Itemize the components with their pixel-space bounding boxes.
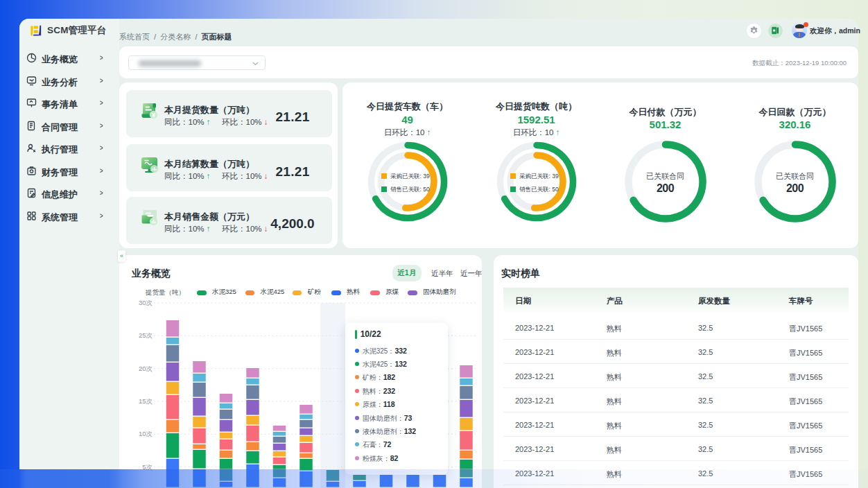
svg-text:¥: ¥ xyxy=(152,111,155,118)
